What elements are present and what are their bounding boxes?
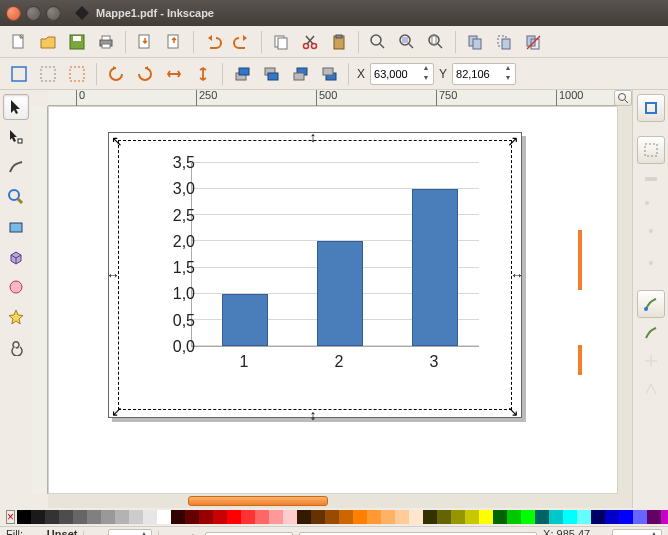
import-button[interactable] bbox=[132, 29, 158, 55]
scrollbar-thumb[interactable] bbox=[188, 496, 328, 506]
color-swatch[interactable] bbox=[45, 510, 59, 524]
flip-vertical-button[interactable] bbox=[190, 61, 216, 87]
spin-up[interactable]: ▲ bbox=[419, 64, 433, 74]
color-swatch[interactable] bbox=[269, 510, 283, 524]
color-swatch[interactable] bbox=[591, 510, 605, 524]
cut-button[interactable] bbox=[297, 29, 323, 55]
node-tool[interactable] bbox=[3, 124, 29, 150]
scale-handle[interactable]: ↔ bbox=[106, 268, 120, 282]
color-swatch[interactable] bbox=[255, 510, 269, 524]
window-close-button[interactable] bbox=[6, 6, 21, 21]
selector-tool[interactable] bbox=[3, 94, 29, 120]
scale-handle[interactable]: ↙ bbox=[110, 404, 124, 418]
color-swatch[interactable] bbox=[423, 510, 437, 524]
scale-handle[interactable]: ↗ bbox=[506, 134, 520, 148]
scale-handle[interactable]: ↖ bbox=[110, 134, 124, 148]
undo-button[interactable] bbox=[200, 29, 226, 55]
color-swatch[interactable] bbox=[101, 510, 115, 524]
color-swatch[interactable] bbox=[143, 510, 157, 524]
scale-handle[interactable]: ↘ bbox=[506, 404, 520, 418]
unlink-clone-button[interactable] bbox=[520, 29, 546, 55]
save-button[interactable] bbox=[64, 29, 90, 55]
raise-button[interactable] bbox=[258, 61, 284, 87]
color-swatch[interactable] bbox=[87, 510, 101, 524]
color-swatch[interactable] bbox=[115, 510, 129, 524]
color-swatch[interactable] bbox=[283, 510, 297, 524]
lower-bottom-button[interactable] bbox=[316, 61, 342, 87]
canvas[interactable]: 0,0 0,5 1,0 1,5 2,0 2,5 3,0 3,5 1 2 3 bbox=[48, 106, 618, 494]
color-swatch[interactable] bbox=[437, 510, 451, 524]
snap-path-button[interactable] bbox=[638, 320, 664, 346]
tweak-tool[interactable] bbox=[3, 154, 29, 180]
snap-nodes-button[interactable] bbox=[637, 290, 665, 318]
color-swatch[interactable] bbox=[395, 510, 409, 524]
snap-bbox-center-button[interactable] bbox=[638, 250, 664, 276]
color-swatch[interactable] bbox=[493, 510, 507, 524]
raise-top-button[interactable] bbox=[229, 61, 255, 87]
color-swatch[interactable] bbox=[17, 510, 31, 524]
color-swatch[interactable] bbox=[185, 510, 199, 524]
print-button[interactable] bbox=[93, 29, 119, 55]
spin-down[interactable]: ▼ bbox=[419, 74, 433, 84]
spin-up[interactable]: ▲ bbox=[501, 64, 515, 74]
color-swatch[interactable] bbox=[633, 510, 647, 524]
color-swatch[interactable] bbox=[31, 510, 45, 524]
deselect-button[interactable] bbox=[64, 61, 90, 87]
color-swatch[interactable] bbox=[199, 510, 213, 524]
color-swatch[interactable] bbox=[171, 510, 185, 524]
color-swatch[interactable] bbox=[73, 510, 87, 524]
color-swatch[interactable] bbox=[465, 510, 479, 524]
zoom-tool[interactable] bbox=[3, 184, 29, 210]
spiral-tool[interactable] bbox=[3, 334, 29, 360]
ruler-horizontal[interactable]: 0 250 500 750 1000 bbox=[48, 90, 628, 106]
vertical-scrollbar[interactable] bbox=[618, 106, 632, 494]
color-swatch[interactable] bbox=[297, 510, 311, 524]
color-swatch[interactable] bbox=[619, 510, 633, 524]
color-swatch[interactable] bbox=[577, 510, 591, 524]
color-swatch[interactable] bbox=[367, 510, 381, 524]
color-swatch[interactable] bbox=[213, 510, 227, 524]
clone-button[interactable] bbox=[491, 29, 517, 55]
copy-button[interactable] bbox=[268, 29, 294, 55]
color-swatch[interactable] bbox=[549, 510, 563, 524]
color-swatch[interactable] bbox=[535, 510, 549, 524]
flip-horizontal-button[interactable] bbox=[161, 61, 187, 87]
snap-cusp-button[interactable] bbox=[638, 376, 664, 402]
color-swatch[interactable] bbox=[479, 510, 493, 524]
snap-bbox-button[interactable] bbox=[637, 136, 665, 164]
color-swatch[interactable] bbox=[381, 510, 395, 524]
window-maximize-button[interactable] bbox=[46, 6, 61, 21]
color-swatch[interactable] bbox=[661, 510, 668, 524]
color-swatch[interactable] bbox=[339, 510, 353, 524]
color-swatch[interactable] bbox=[563, 510, 577, 524]
color-swatch[interactable] bbox=[129, 510, 143, 524]
color-swatch[interactable] bbox=[521, 510, 535, 524]
color-swatch[interactable] bbox=[353, 510, 367, 524]
scale-handle[interactable]: ↕ bbox=[306, 408, 320, 422]
paste-button[interactable] bbox=[326, 29, 352, 55]
open-button[interactable] bbox=[35, 29, 61, 55]
zoom-selection-button[interactable] bbox=[365, 29, 391, 55]
rotate-cw-button[interactable] bbox=[132, 61, 158, 87]
color-swatch[interactable] bbox=[507, 510, 521, 524]
rectangle-tool[interactable] bbox=[3, 214, 29, 240]
x-coord-input[interactable]: ▲▼ bbox=[370, 63, 434, 85]
star-tool[interactable] bbox=[3, 304, 29, 330]
zoom-drawing-button[interactable] bbox=[394, 29, 420, 55]
color-swatch[interactable] bbox=[325, 510, 339, 524]
zoom-page-button[interactable] bbox=[423, 29, 449, 55]
scale-handle[interactable]: ↔ bbox=[510, 268, 524, 282]
horizontal-scrollbar[interactable] bbox=[48, 494, 632, 508]
redo-button[interactable] bbox=[229, 29, 255, 55]
color-swatch[interactable] bbox=[311, 510, 325, 524]
ellipse-tool[interactable] bbox=[3, 274, 29, 300]
color-swatch[interactable] bbox=[451, 510, 465, 524]
snap-bbox-edge-button[interactable] bbox=[638, 166, 664, 192]
y-coord-input[interactable]: ▲▼ bbox=[452, 63, 516, 85]
color-swatch[interactable] bbox=[409, 510, 423, 524]
duplicate-button[interactable] bbox=[462, 29, 488, 55]
fill-stroke-values[interactable]: Unset Unset bbox=[47, 529, 78, 535]
ruler-vertical[interactable] bbox=[32, 106, 48, 494]
select-all-layers-button[interactable] bbox=[6, 61, 32, 87]
rotate-ccw-button[interactable] bbox=[103, 61, 129, 87]
